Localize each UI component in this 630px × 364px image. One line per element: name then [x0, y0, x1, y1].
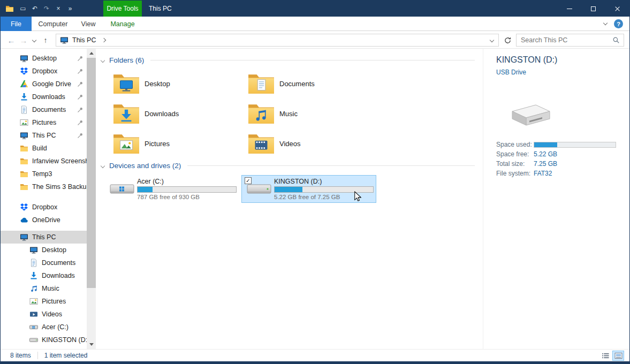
sidebar-item-label: Videos [42, 310, 62, 318]
qa-dropbox[interactable]: Dropbox [1, 65, 87, 78]
back-button[interactable]: ← [5, 32, 18, 49]
redo-icon[interactable]: ↷ [41, 2, 52, 15]
qa-this-pc[interactable]: This PC [1, 129, 87, 142]
delete-icon[interactable]: × [52, 2, 64, 15]
details-view-button[interactable] [599, 351, 611, 361]
this-pc-icon [60, 36, 69, 44]
maximize-icon [591, 6, 596, 11]
expand-ribbon-icon[interactable] [603, 21, 608, 25]
pictures-icon [29, 297, 38, 306]
drive-tools-contextual-tab[interactable]: Drive Tools [103, 1, 142, 17]
undo-icon[interactable]: ↶ [29, 2, 41, 15]
desktop-icon [29, 246, 38, 254]
titlebar: ▭ ↶ ↷ × » Drive Tools This PC [1, 1, 629, 17]
tab-file[interactable]: File [1, 17, 32, 31]
detail-row-file-system: File system: FAT32 [496, 169, 629, 178]
selection-checkbox[interactable]: ✓ [245, 177, 252, 184]
tree-pictures[interactable]: Pictures [1, 295, 87, 308]
folder-icon [20, 157, 28, 165]
tree-acer-c[interactable]: Acer (C:) [1, 321, 87, 333]
refresh-icon [504, 36, 512, 44]
usb-drive-icon [29, 336, 38, 344]
group-title: Devices and drives (2) [109, 162, 181, 170]
collapse-group-icon[interactable] [101, 163, 105, 168]
detail-row-space-used: Space used: [496, 140, 629, 149]
sidebar-item-label: Music [42, 285, 59, 292]
qa-documents[interactable]: Documents [1, 103, 87, 116]
tree-downloads[interactable]: Downloads [1, 269, 87, 282]
close-button[interactable] [605, 1, 629, 17]
folder-tile-desktop[interactable]: Desktop [113, 69, 248, 98]
folder-name: Pictures [145, 140, 170, 148]
sidebar-item-label: Pictures [32, 119, 56, 126]
folder-tile-downloads[interactable]: Downloads [113, 98, 248, 128]
sidebar-item-label: Irfanview Screensho [32, 157, 87, 165]
recent-locations-icon[interactable] [30, 32, 39, 49]
tree-music[interactable]: Music [1, 282, 87, 295]
search-icon[interactable] [612, 36, 620, 44]
scroll-up-icon[interactable] [87, 49, 96, 58]
qa-sims3-backups[interactable]: The Sims 3 Backups [1, 180, 87, 193]
tab-computer[interactable]: Computer [33, 17, 73, 31]
help-button[interactable]: ? [614, 19, 623, 28]
folders-group-header[interactable]: Folders (6) [101, 56, 477, 64]
folder-tile-documents[interactable]: Documents [248, 69, 383, 98]
tree-videos[interactable]: Videos [1, 308, 87, 321]
videos-icon [29, 310, 38, 318]
qa-build[interactable]: Build [1, 142, 87, 155]
drive-tile-acer-c[interactable]: Acer (C:) 787 GB free of 930 GB [104, 175, 239, 203]
pictures-folder-icon [113, 132, 140, 155]
sidebar-item-label: This PC [32, 132, 56, 139]
search-input[interactable] [517, 36, 612, 44]
tree-documents[interactable]: Documents [1, 256, 87, 269]
thumbnails-view-button[interactable] [612, 351, 624, 361]
collapse-group-icon[interactable] [101, 58, 105, 62]
music-folder-icon [248, 102, 275, 125]
system-drive-icon [29, 323, 38, 331]
scrollbar-thumb[interactable] [87, 58, 96, 288]
dropbox-icon [20, 67, 28, 75]
properties-icon[interactable]: ▭ [17, 2, 29, 15]
folder-tile-music[interactable]: Music [248, 98, 383, 128]
address-dropdown-icon[interactable] [490, 38, 494, 42]
downloads-icon [20, 93, 28, 101]
drive-name: Acer (C:) [137, 178, 237, 185]
pin-icon [77, 81, 84, 87]
google-drive-icon [20, 80, 28, 88]
scroll-down-icon[interactable] [87, 340, 96, 349]
tree-onedrive[interactable]: OneDrive [1, 214, 87, 226]
breadcrumb[interactable]: This PC [72, 36, 96, 44]
customize-qat-icon[interactable]: » [64, 2, 76, 15]
folders-grid: Desktop Documents Downloads Music Pictur… [113, 69, 482, 158]
tab-view[interactable]: View [74, 17, 102, 31]
folder-tile-pictures[interactable]: Pictures [113, 128, 248, 158]
tree-dropbox[interactable]: Dropbox [1, 201, 87, 214]
refresh-button[interactable] [502, 34, 513, 47]
downloads-folder-icon [113, 102, 140, 125]
qa-pictures[interactable]: Pictures [1, 116, 87, 129]
qa-temp3[interactable]: Temp3 [1, 168, 87, 180]
breadcrumb-chevron-icon[interactable] [102, 38, 106, 42]
address-bar[interactable]: This PC [56, 34, 499, 47]
check-icon: ✓ [246, 178, 250, 184]
tree-kingston-d[interactable]: KINGSTON (D:) [1, 333, 87, 346]
forward-button[interactable]: → [18, 32, 29, 49]
qa-desktop[interactable]: Desktop [1, 52, 87, 65]
devices-group-header[interactable]: Devices and drives (2) [101, 162, 477, 170]
qa-google-drive[interactable]: Google Drive [1, 78, 87, 90]
tree-desktop[interactable]: Desktop [1, 244, 87, 256]
tab-manage[interactable]: Manage [103, 17, 142, 31]
tree-this-pc[interactable]: This PC [1, 231, 87, 244]
this-pc-icon [20, 131, 28, 140]
items-view: Folders (6) Desktop Documents Downloads … [96, 49, 482, 349]
downloads-icon [29, 271, 38, 280]
sidebar-scrollbar[interactable] [87, 49, 96, 349]
details-view-icon [602, 352, 610, 359]
maximize-button[interactable] [581, 1, 605, 17]
this-pc-icon [20, 233, 28, 241]
minimize-button[interactable] [557, 1, 581, 17]
folder-tile-videos[interactable]: Videos [248, 128, 383, 158]
up-button[interactable]: ↑ [39, 32, 52, 49]
qa-irfanview-screenshots[interactable]: Irfanview Screensho [1, 155, 87, 168]
qa-downloads[interactable]: Downloads [1, 90, 87, 103]
